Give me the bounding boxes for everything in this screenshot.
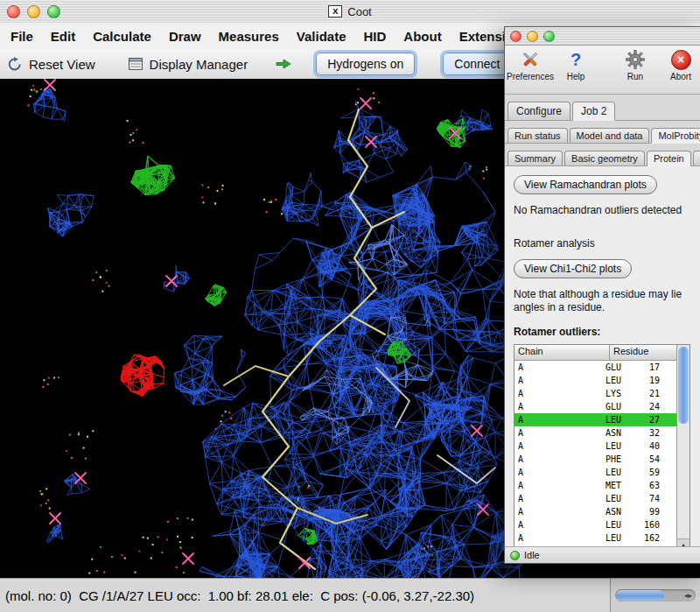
table-row[interactable]: A MET 63 <box>514 479 676 492</box>
table-row[interactable]: A GLU 24 <box>514 400 676 413</box>
connect-button[interactable]: Connect <box>443 53 511 75</box>
run-button[interactable]: Run <box>612 48 658 81</box>
protein-validation-panel: View Ramachandran plots No Ramachandran … <box>505 166 700 546</box>
menu-measures[interactable]: Measures <box>210 25 288 47</box>
green-arrow-icon[interactable] <box>276 58 291 70</box>
rotamer-outliers-label: Rotamer outliers: <box>514 326 700 338</box>
cell-chain: A <box>514 507 606 517</box>
scroll-up-icon[interactable]: ▲ <box>681 542 687 546</box>
cell-chain: A <box>514 533 606 543</box>
cell-residue: GLU <box>606 362 637 372</box>
menu-about[interactable]: About <box>395 25 450 47</box>
abort-icon: × <box>669 48 692 71</box>
cell-residue: GLU <box>606 402 637 412</box>
cell-residue: LEU <box>606 441 637 451</box>
table-scrollbar-thumb[interactable] <box>678 347 689 424</box>
main-titlebar[interactable]: X Coot <box>0 0 700 24</box>
tabs-molprobity-sections: SummaryBasic geometryProteinC <box>505 144 700 166</box>
tool-toolbar: Preferences?HelpRun×Abort <box>505 46 700 95</box>
table-row[interactable]: A LEU 40 <box>514 440 676 453</box>
table-row[interactable]: A LEU 19 <box>514 374 676 387</box>
minimize-button[interactable] <box>27 5 40 18</box>
view-chi1-chi2-plots-button[interactable]: View Chi1-Chi2 plots <box>514 259 632 278</box>
cell-residue: LYS <box>606 389 637 398</box>
tab-run-status[interactable]: Run status <box>508 128 568 143</box>
menu-file[interactable]: File <box>2 25 42 47</box>
cell-residue: PHE <box>606 454 637 464</box>
preferences-button[interactable]: Preferences <box>508 48 553 81</box>
cell-number: 162 <box>637 533 660 543</box>
table-row[interactable]: A LEU 27 <box>514 413 676 426</box>
tab-job-2[interactable]: Job 2 <box>572 102 615 121</box>
cell-number: 21 <box>637 389 660 398</box>
cell-residue: ASN <box>606 428 637 438</box>
table-row[interactable]: A LEU 74 <box>514 492 676 505</box>
tool-minimize-button[interactable] <box>527 31 538 42</box>
cell-number: 59 <box>637 468 660 477</box>
cell-chain: A <box>514 481 606 490</box>
table-row[interactable]: A LEU 162 <box>514 531 676 545</box>
validation-tool-window: Preferences?HelpRun×Abort ConfigureJob 2… <box>504 26 700 564</box>
abort-button[interactable]: ×Abort <box>658 48 700 81</box>
window-controls <box>7 5 60 18</box>
display-manager-button[interactable]: Display Manager <box>150 57 248 72</box>
run-label: Run <box>627 72 643 81</box>
tool-zoom-button[interactable] <box>543 31 555 42</box>
table-row[interactable]: A ASN 99 <box>514 505 676 518</box>
table-row[interactable]: A LYS 21 <box>514 387 676 400</box>
horizontal-scrollbar[interactable]: ◂▸ <box>615 589 696 601</box>
tab-model-and-data[interactable]: Model and data <box>570 128 650 143</box>
tab-summary[interactable]: Summary <box>508 151 563 165</box>
menu-validate[interactable]: Validate <box>288 25 355 47</box>
tool-titlebar[interactable] <box>505 27 700 46</box>
table-row[interactable]: A LEU 59 <box>514 466 676 479</box>
tab-protein[interactable]: Protein <box>647 151 691 166</box>
x11-app-icon: X <box>328 5 342 18</box>
column-header-residue[interactable]: Residue <box>610 345 676 360</box>
status-dot-icon <box>510 551 520 560</box>
help-button[interactable]: ?Help <box>553 48 598 81</box>
gear-icon <box>624 48 647 71</box>
preferences-label: Preferences <box>507 72 554 81</box>
cell-residue: LEU <box>606 415 637 425</box>
menu-edit[interactable]: Edit <box>42 25 84 47</box>
cell-residue: LEU <box>606 533 637 543</box>
rotamer-note: Note that although a residue may lie ang… <box>514 288 700 314</box>
cell-chain: A <box>514 428 606 438</box>
table-row[interactable]: A ASN 32 <box>514 426 676 440</box>
cell-residue: LEU <box>606 376 637 385</box>
menu-hid[interactable]: HID <box>355 25 396 47</box>
tab-basic-geometry[interactable]: Basic geometry <box>564 151 645 165</box>
table-row[interactable]: A GLU 17 <box>514 361 676 374</box>
window-title-area: X Coot <box>0 0 700 23</box>
cell-chain: A <box>514 362 606 372</box>
column-header-chain[interactable]: Chain <box>514 345 610 360</box>
table-scrollbar[interactable]: ▲ ▼ <box>676 345 690 546</box>
ramachandran-message: No Ramachandran outliers detected <box>514 204 700 216</box>
horizontal-scrollbar-thumb[interactable] <box>616 590 664 601</box>
cell-number: 99 <box>637 507 660 517</box>
cell-chain: A <box>514 520 606 530</box>
hydrogens-toggle-button[interactable]: Hydrogens on <box>316 53 415 75</box>
menu-draw[interactable]: Draw <box>160 25 210 47</box>
cell-number: 54 <box>637 454 660 464</box>
reset-view-button[interactable]: Reset View <box>29 57 95 72</box>
close-button[interactable] <box>7 5 20 18</box>
zoom-button[interactable] <box>47 5 60 18</box>
tab-molprobity[interactable]: MolProbity <box>651 128 700 144</box>
view-ramachandran-plots-button[interactable]: View Ramachandran plots <box>514 175 657 194</box>
tabs-job-sections: Run statusModel and dataMolProbity <box>505 121 700 144</box>
table-row[interactable]: A LEU 160 <box>514 518 676 531</box>
tool-close-button[interactable] <box>510 31 522 42</box>
cell-number: 63 <box>637 481 660 490</box>
tab-c[interactable]: C <box>693 151 700 165</box>
table-row[interactable]: A PHE 54 <box>514 453 676 466</box>
cell-chain: A <box>514 454 606 464</box>
tab-configure[interactable]: Configure <box>508 102 570 120</box>
menu-calculate[interactable]: Calculate <box>84 25 160 47</box>
cell-number: 160 <box>637 520 660 530</box>
scrollbar-arrows-icon[interactable]: ◂▸ <box>684 590 692 601</box>
cell-residue: LEU <box>606 494 637 503</box>
display-manager-icon[interactable] <box>129 58 143 70</box>
reset-view-icon[interactable] <box>7 57 22 72</box>
